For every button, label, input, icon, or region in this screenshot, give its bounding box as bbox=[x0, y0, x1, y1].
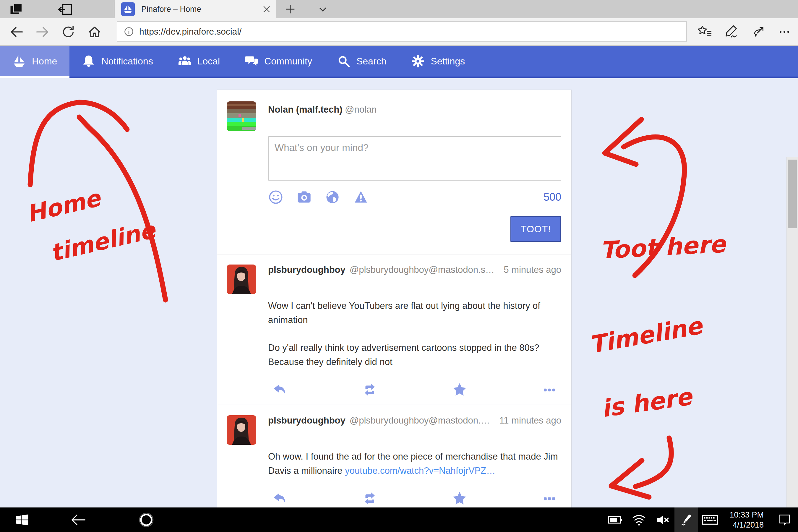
pinafore-nav: Home Notifications Local Community Searc… bbox=[0, 46, 798, 78]
nav-label: Home bbox=[32, 56, 57, 67]
nav-label: Community bbox=[264, 56, 312, 67]
star-icon[interactable] bbox=[452, 382, 467, 398]
camera-icon[interactable] bbox=[297, 189, 312, 205]
nav-item-community[interactable]: Community bbox=[232, 46, 324, 77]
url-text: https://dev.pinafore.social/ bbox=[139, 26, 242, 37]
nav-label: Settings bbox=[431, 56, 465, 67]
reply-icon[interactable] bbox=[272, 382, 288, 398]
tab-title: Pinafore – Home bbox=[141, 5, 259, 14]
compose-display-name: Nolan (malf.tech) bbox=[268, 104, 342, 115]
start-button[interactable] bbox=[0, 508, 44, 532]
nav-item-settings[interactable]: Settings bbox=[399, 46, 477, 77]
timeline-column: Nolan (malf.tech) @nolan 500 bbox=[217, 90, 572, 508]
cortana-button[interactable] bbox=[112, 508, 180, 532]
toot-body: Wow I can't believe YouTubers are flat o… bbox=[268, 299, 561, 369]
toot-actions bbox=[268, 382, 561, 398]
toot-body: Oh wow. I found the ad for the one piece… bbox=[268, 450, 561, 478]
toot-account[interactable]: plsburydoughboy @plsburydoughboy@mastodo… bbox=[268, 265, 495, 275]
tab-close-icon[interactable] bbox=[259, 1, 274, 17]
windows-ink-pen-icon[interactable] bbox=[674, 508, 698, 532]
toot-paragraph: Oh wow. I found the ad for the one piece… bbox=[268, 450, 561, 478]
refresh-icon[interactable] bbox=[59, 22, 78, 41]
home-icon[interactable] bbox=[85, 22, 104, 41]
clock-time: 10:33 PM bbox=[729, 510, 764, 520]
page-background: Nolan (malf.tech) @nolan 500 bbox=[0, 78, 798, 508]
hub-icon[interactable] bbox=[695, 22, 714, 41]
compose-input[interactable] bbox=[268, 136, 561, 180]
toot-handle: @plsburydoughboy@mastodon.so… bbox=[350, 265, 495, 275]
nav-label: Notifications bbox=[101, 56, 153, 67]
avatar[interactable] bbox=[227, 415, 256, 445]
compose-account[interactable]: Nolan (malf.tech) @nolan bbox=[268, 104, 561, 115]
star-icon[interactable] bbox=[452, 491, 467, 506]
browser-tab[interactable]: Pinafore – Home bbox=[115, 0, 276, 18]
toot-account[interactable]: plsburydoughboy @plsburydoughboy@mastodo… bbox=[268, 415, 490, 426]
touch-keyboard-icon[interactable] bbox=[698, 508, 722, 532]
nav-label: Local bbox=[197, 56, 220, 67]
tab-divider bbox=[114, 2, 114, 16]
browser-tab-strip: Pinafore – Home bbox=[0, 0, 798, 18]
action-center-icon[interactable] bbox=[772, 508, 798, 532]
web-notes-pen-icon[interactable] bbox=[722, 22, 741, 41]
nav-label: Search bbox=[357, 56, 386, 67]
toot-display-name: plsburydoughboy bbox=[268, 265, 345, 275]
pinafore-favicon bbox=[121, 2, 135, 16]
toot-display-name: plsburydoughboy bbox=[268, 415, 345, 426]
toot-button[interactable]: TOOT! bbox=[510, 216, 561, 242]
nav-item-notifications[interactable]: Notifications bbox=[70, 46, 165, 77]
chat-bubbles-icon bbox=[245, 54, 258, 68]
nav-item-search[interactable]: Search bbox=[324, 46, 399, 77]
people-icon bbox=[178, 54, 191, 68]
toot-paragraph: Do y'all really think toy advertisement … bbox=[268, 341, 561, 369]
battery-icon[interactable] bbox=[604, 508, 627, 532]
more-icon[interactable] bbox=[775, 22, 794, 41]
tab-preview-icon[interactable] bbox=[56, 2, 75, 17]
browser-toolbar: https://dev.pinafore.social/ bbox=[0, 18, 798, 46]
wifi-icon[interactable] bbox=[627, 508, 651, 532]
search-icon bbox=[337, 54, 350, 68]
gear-icon bbox=[411, 54, 425, 68]
boost-icon[interactable] bbox=[362, 382, 377, 398]
emoji-icon[interactable] bbox=[268, 189, 283, 205]
info-icon[interactable] bbox=[124, 26, 134, 37]
sailboat-icon bbox=[13, 54, 26, 68]
toot: plsburydoughboy @plsburydoughboy@mastodo… bbox=[217, 405, 571, 508]
reply-icon[interactable] bbox=[272, 491, 288, 506]
taskbar: 10:33 PM 4/1/2018 bbox=[0, 508, 798, 532]
scrollbar-thumb[interactable] bbox=[788, 159, 797, 228]
back-icon[interactable] bbox=[7, 22, 26, 41]
toot-timestamp: 5 minutes ago bbox=[495, 265, 561, 275]
taskbar-clock[interactable]: 10:33 PM 4/1/2018 bbox=[722, 510, 772, 530]
toot-paragraph: Wow I can't believe YouTubers are flat o… bbox=[268, 299, 561, 327]
nav-item-local[interactable]: Local bbox=[166, 46, 233, 77]
toot-link[interactable]: youtube.com/watch?v=NahfojrVPZ… bbox=[345, 466, 495, 476]
warning-icon[interactable] bbox=[353, 189, 368, 205]
ellipsis-icon[interactable] bbox=[542, 491, 557, 506]
tab-list-chevron-icon[interactable] bbox=[314, 2, 331, 17]
toot: plsburydoughboy @plsburydoughboy@mastodo… bbox=[217, 254, 571, 405]
forward-icon[interactable] bbox=[33, 22, 52, 41]
share-icon[interactable] bbox=[748, 22, 767, 41]
bell-icon bbox=[82, 54, 95, 68]
address-bar[interactable]: https://dev.pinafore.social/ bbox=[117, 21, 687, 42]
back-arrow-button[interactable] bbox=[44, 508, 112, 532]
avatar[interactable] bbox=[227, 101, 256, 131]
new-tab-icon[interactable] bbox=[281, 2, 299, 17]
compose-box: Nolan (malf.tech) @nolan 500 bbox=[217, 90, 571, 254]
boost-icon[interactable] bbox=[362, 491, 377, 506]
volume-muted-icon[interactable] bbox=[651, 508, 674, 532]
char-counter: 500 bbox=[544, 191, 561, 203]
globe-icon[interactable] bbox=[325, 189, 340, 205]
toot-timestamp: 11 minutes ago bbox=[490, 415, 561, 426]
toot-handle: @plsburydoughboy@mastodon.s… bbox=[350, 415, 491, 426]
set-aside-tabs-icon[interactable] bbox=[6, 2, 26, 17]
page-scrollbar[interactable] bbox=[786, 157, 798, 508]
avatar[interactable] bbox=[227, 265, 256, 294]
toot-actions bbox=[268, 491, 561, 506]
clock-date: 4/1/2018 bbox=[729, 520, 764, 530]
nav-item-home[interactable]: Home bbox=[0, 46, 70, 77]
ellipsis-icon[interactable] bbox=[542, 382, 557, 398]
compose-handle: @nolan bbox=[345, 104, 377, 115]
